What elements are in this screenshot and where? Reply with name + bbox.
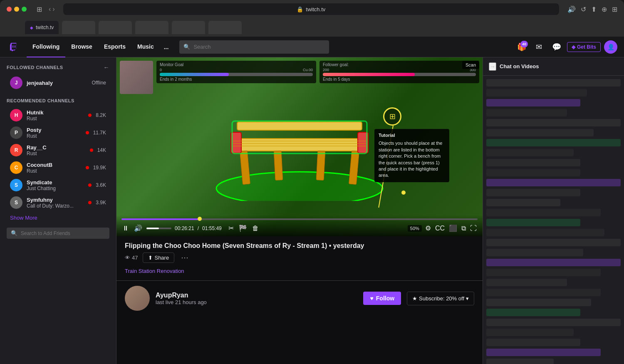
chat-button[interactable]: 💬: [550, 40, 564, 54]
inactive-tab-5[interactable]: [208, 21, 242, 34]
search-friends-bar: 🔍: [7, 228, 109, 239]
get-bits-button[interactable]: ◆ Get Bits: [567, 42, 601, 52]
inactive-tab-4[interactable]: [172, 21, 205, 34]
viewer-count-coconutb: 19.9K: [93, 165, 106, 171]
extensions-icon[interactable]: ⊞: [612, 5, 617, 13]
chat-message-line: [486, 249, 583, 256]
chat-message-line: [486, 149, 574, 156]
sidebar-item-jenjeahaly[interactable]: J jenjeahaly Offline: [3, 74, 113, 92]
delete-button[interactable]: 🗑: [251, 224, 260, 233]
video-category-link[interactable]: Train Station Renovation: [125, 268, 184, 274]
bookmark-button[interactable]: 🏁: [238, 223, 248, 233]
settings-button[interactable]: ⚙: [424, 223, 432, 233]
sidebar-item-rayc[interactable]: R Ray__C Rust 14K: [3, 141, 113, 159]
chat-title: Chat on Videos: [500, 63, 618, 69]
subscribe-button[interactable]: ★ Subscribe: 20% off ▾: [407, 292, 474, 305]
live-dot-rayc: [90, 149, 93, 152]
channel-avatar-jenjeahaly: J: [10, 77, 22, 89]
nav-following[interactable]: Following: [27, 37, 65, 57]
video-meta: 👁 47 ⬆ Share ⋯: [125, 251, 474, 264]
chat-collapse-button[interactable]: →: [489, 62, 496, 71]
sidebar-item-coconutb[interactable]: C CoconutB Rust 19.9K: [3, 159, 113, 176]
progress-bar[interactable]: [121, 218, 478, 220]
sidebar-collapse-button[interactable]: ←: [104, 64, 110, 71]
chat-message-line: [486, 289, 601, 296]
follow-button[interactable]: ♥ Follow: [363, 292, 401, 305]
fullscreen-button[interactable]: ⛶: [469, 224, 478, 233]
chat-messages: [483, 76, 624, 364]
close-window-button[interactable]: [7, 7, 12, 12]
sidebar-item-syndicate[interactable]: S Syndicate Just Chatting 3.6K: [3, 176, 113, 194]
captions-button[interactable]: CC: [434, 224, 446, 233]
svg-rect-6: [316, 151, 325, 181]
nav-esports[interactable]: Esports: [98, 37, 131, 57]
minimize-window-button[interactable]: [14, 7, 19, 12]
audio-icon[interactable]: 🔊: [567, 5, 576, 13]
new-tab-icon[interactable]: ⊕: [602, 5, 607, 13]
streamer-name: AyupRyan: [156, 292, 357, 299]
chat-message-line: [486, 349, 601, 356]
fullscreen-window-button[interactable]: [22, 7, 27, 12]
inbox-button[interactable]: ✉: [532, 40, 546, 54]
sidebar-item-posty[interactable]: P Posty Rust 11.7K: [3, 124, 113, 141]
inactive-tab-1[interactable]: [62, 21, 95, 34]
chat-message-line: [486, 359, 554, 364]
scan-button[interactable]: Scan: [462, 61, 479, 69]
inactive-tab-3[interactable]: [135, 21, 168, 34]
bench-visual: [200, 93, 399, 201]
chat-message-line: [486, 119, 621, 126]
sidebar-item-hutnik[interactable]: H Hutnik Rust 8.2K: [3, 106, 113, 124]
channel-info-posty: Posty Rust: [27, 127, 82, 139]
followed-channels-header: FOLLOWED CHANNELS ←: [0, 61, 116, 74]
pause-button[interactable]: ⏸: [121, 224, 130, 233]
channel-name-jenjeahaly: jenjeahaly: [27, 80, 88, 86]
inactive-tab-2[interactable]: [99, 21, 132, 34]
chat-message-line: [486, 239, 621, 246]
chat-message-line: [486, 329, 574, 336]
search-friends-input[interactable]: [21, 230, 105, 236]
chat-message-line: [486, 219, 580, 226]
more-options-button[interactable]: ⋯: [179, 251, 190, 264]
show-more-button[interactable]: Show More: [0, 211, 116, 224]
user-avatar[interactable]: 👤: [604, 40, 617, 54]
share-icon[interactable]: ⬆: [591, 5, 597, 13]
svg-rect-1: [233, 139, 366, 151]
volume-button[interactable]: 🔊: [133, 223, 143, 233]
video-info: Flipping the Choo Choo Home (Seven Strea…: [116, 236, 483, 280]
nav-right: 🎁 40 ✉ 💬 ◆ Get Bits 👤: [515, 40, 617, 54]
search-icon: 🔍: [183, 44, 190, 50]
forward-button[interactable]: ›: [52, 5, 54, 13]
reload-icon[interactable]: ↺: [581, 5, 586, 13]
quality-button[interactable]: 50%: [408, 225, 422, 232]
back-button[interactable]: ‹: [49, 5, 51, 13]
nav-music[interactable]: Music: [131, 37, 160, 57]
sidebar-toggle-icon[interactable]: ⊞: [37, 5, 42, 13]
follower-goal-bar: Follower goal: 200 300 Ends in 5 days: [319, 61, 479, 83]
search-input[interactable]: [193, 44, 325, 50]
video-views: 👁 47: [125, 255, 138, 261]
share-button[interactable]: ⬆ Share: [143, 253, 174, 263]
notifications-button[interactable]: 🎁 40: [515, 40, 529, 54]
video-player[interactable]: Monitor Goal 0 Cu.00 Ends in 2 months Fo…: [116, 57, 483, 236]
active-tab[interactable]: ◆ twitch.tv: [25, 21, 59, 34]
nav-browse[interactable]: Browse: [65, 37, 98, 57]
viewer-count-symfuhny: 3.9K: [96, 200, 106, 206]
volume-fill: [146, 228, 159, 229]
address-bar[interactable]: 🔒 twitch.tv: [63, 3, 559, 15]
chat-message-line: [486, 109, 567, 116]
nav-more[interactable]: ...: [160, 44, 173, 50]
live-dot-coconutb: [86, 166, 89, 169]
theater-button[interactable]: ⬛: [448, 223, 458, 233]
search-bar: 🔍: [179, 40, 329, 54]
controls-right: 50% ⚙ CC ⬛ ⧉ ⛶: [408, 223, 478, 233]
clip-button[interactable]: ✂: [228, 223, 235, 233]
streamer-last-live: last live 21 hours ago: [156, 299, 357, 305]
svg-rect-5: [274, 151, 283, 181]
volume-slider[interactable]: [146, 228, 171, 229]
chat-header: → Chat on Videos: [483, 57, 624, 76]
sidebar-item-symfuhny[interactable]: S Symfuhny Call of Duty: Warzo... 3.9K: [3, 194, 113, 211]
twitch-logo[interactable]: [7, 40, 22, 54]
picture-in-picture-button[interactable]: ⧉: [461, 224, 467, 233]
chat-message-line: [486, 159, 580, 166]
browser-toolbar-icons: 🔊 ↺ ⬆ ⊕ ⊞: [567, 5, 617, 13]
